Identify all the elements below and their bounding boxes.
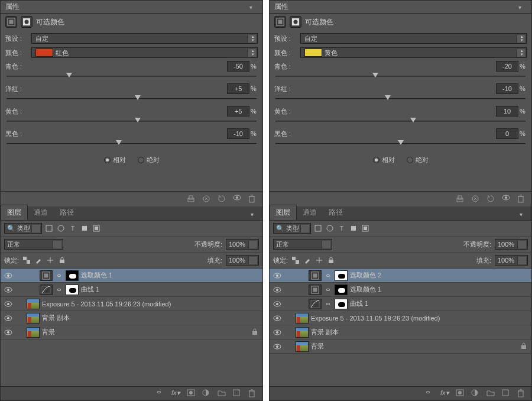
slider-value-input[interactable]: -10 [496, 83, 518, 94]
blend-mode-select[interactable]: 正常▾ [4, 239, 63, 250]
visibility-toggle[interactable] [272, 313, 283, 324]
layer-row[interactable]: 背景 副本 [1, 311, 262, 325]
mask-add-icon[interactable] [456, 389, 465, 399]
filter-text-icon[interactable]: T [337, 224, 346, 233]
mask-icon[interactable] [290, 16, 301, 28]
slider-track[interactable] [7, 95, 257, 102]
tab-layers[interactable]: 图层 [270, 205, 297, 220]
filter-pixel-icon[interactable] [313, 224, 323, 233]
link-icon[interactable] [324, 300, 332, 308]
layer-name[interactable]: 背景 副本 [42, 313, 260, 322]
clip-icon[interactable] [456, 195, 465, 204]
visibility-toggle[interactable] [272, 327, 283, 338]
layer-row[interactable]: 背景 [1, 325, 262, 339]
panel-menu-icon[interactable] [518, 4, 527, 11]
layer-thumb[interactable] [296, 313, 309, 324]
trash-icon[interactable] [248, 389, 258, 399]
slider-track[interactable] [275, 118, 525, 125]
clip-icon[interactable] [187, 195, 196, 204]
lock-all-icon[interactable] [327, 256, 335, 264]
eye-icon[interactable] [233, 195, 242, 204]
slider-value-input[interactable]: +5 [227, 106, 249, 117]
opacity-input[interactable]: 100%▾ [495, 239, 528, 250]
filter-kind-select[interactable]: 🔍 类型▾ [273, 223, 311, 234]
slider-track[interactable] [275, 95, 525, 102]
filter-adj-icon[interactable] [325, 224, 335, 233]
new-layer-icon[interactable] [502, 389, 511, 399]
slider-value-input[interactable]: -10 [227, 128, 249, 139]
visibility-toggle[interactable] [272, 341, 283, 352]
layer-name[interactable]: Exposure 5 - 2013.11.05 19:26:23 (modifi… [42, 300, 260, 308]
lock-trans-icon[interactable] [291, 256, 300, 264]
fx-icon[interactable]: fx▾ [171, 389, 181, 399]
group-icon[interactable] [486, 389, 496, 399]
group-icon[interactable] [218, 389, 227, 399]
slider-value-input[interactable]: 10 [496, 106, 518, 117]
layer-row[interactable]: 背景 副本 [270, 325, 531, 339]
preset-select[interactable]: 自定▴▾ [300, 33, 527, 44]
adjustment-thumb[interactable] [309, 270, 322, 281]
layer-row[interactable]: Exposure 5 - 2013.11.05 19:26:23 (modifi… [270, 311, 531, 325]
tab-layers[interactable]: 图层 [1, 205, 28, 220]
layer-row[interactable]: 选取颜色 1 [270, 283, 531, 297]
visibility-toggle[interactable] [3, 313, 14, 324]
filter-smart-icon[interactable] [361, 224, 370, 233]
curves-thumb[interactable] [40, 284, 53, 295]
mask-thumb[interactable] [335, 270, 348, 281]
color-select[interactable]: 黄色▴▾ [300, 47, 527, 58]
lock-all-icon[interactable] [58, 256, 66, 264]
relative-radio[interactable]: 相对 [373, 156, 395, 164]
link-icon[interactable] [324, 271, 332, 280]
visibility-toggle[interactable] [3, 270, 14, 281]
layer-name[interactable]: 背景 副本 [311, 328, 529, 337]
lock-paint-icon[interactable] [34, 256, 43, 264]
filter-kind-select[interactable]: 🔍 类型▾ [4, 223, 42, 234]
layer-name[interactable]: 背景 [311, 342, 518, 351]
reset-icon[interactable] [218, 195, 227, 204]
mask-add-icon[interactable] [187, 389, 196, 399]
layer-name[interactable]: 选取颜色 1 [81, 271, 260, 280]
visibility-toggle[interactable] [3, 327, 14, 338]
link-icon[interactable] [55, 271, 63, 280]
visibility-toggle[interactable] [3, 284, 14, 295]
slider-value-input[interactable]: 0 [496, 128, 518, 139]
curves-thumb[interactable] [309, 299, 322, 309]
panel-menu-icon[interactable] [520, 211, 528, 218]
layer-thumb[interactable] [296, 327, 309, 338]
eye-icon[interactable] [502, 195, 511, 204]
visibility-toggle[interactable] [272, 270, 283, 281]
preset-select[interactable]: 自定▴▾ [31, 33, 258, 44]
panel-menu-icon[interactable] [249, 4, 258, 11]
filter-shape-icon[interactable] [349, 224, 358, 233]
view-prev-icon[interactable] [471, 195, 481, 204]
layer-row[interactable]: 背景 [270, 339, 531, 354]
mask-thumb[interactable] [335, 299, 348, 309]
layer-thumb[interactable] [27, 299, 40, 309]
filter-shape-icon[interactable] [80, 224, 89, 233]
layer-row[interactable]: 曲线 1 [270, 297, 531, 311]
layer-name[interactable]: 背景 [42, 328, 249, 337]
layer-thumb[interactable] [27, 313, 40, 324]
layer-row[interactable]: 选取颜色 2 [270, 269, 531, 283]
filter-pixel-icon[interactable] [44, 224, 54, 233]
slider-track[interactable] [275, 73, 525, 80]
slider-track[interactable] [7, 73, 257, 80]
layer-name[interactable]: 选取颜色 1 [350, 285, 529, 294]
mask-thumb[interactable] [66, 284, 79, 295]
lock-pos-icon[interactable] [46, 256, 54, 264]
slider-value-input[interactable]: +5 [227, 83, 249, 94]
trash-icon[interactable] [517, 195, 527, 204]
relative-radio[interactable]: 相对 [104, 156, 126, 164]
layer-row[interactable]: Exposure 5 - 2013.11.05 19:26:23 (modifi… [1, 297, 262, 311]
adj-add-icon[interactable] [471, 389, 481, 399]
slider-track[interactable] [275, 140, 525, 147]
tab-paths[interactable]: 路径 [323, 205, 349, 220]
blend-mode-select[interactable]: 正常▾ [273, 239, 332, 250]
absolute-radio[interactable]: 绝对 [407, 156, 429, 164]
lock-paint-icon[interactable] [303, 256, 312, 264]
tab-paths[interactable]: 路径 [54, 205, 80, 220]
reset-icon[interactable] [486, 195, 496, 204]
slider-track[interactable] [7, 118, 257, 125]
trash-icon[interactable] [248, 195, 258, 204]
adjustment-thumb[interactable] [40, 270, 53, 281]
